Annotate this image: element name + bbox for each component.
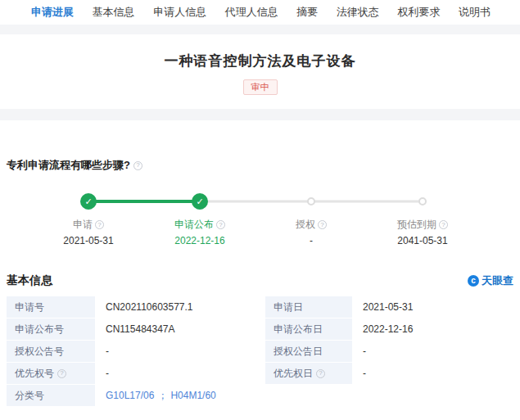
- tab-applicant-info[interactable]: 申请人信息: [153, 5, 206, 20]
- basic-info-header: 基本信息 c 天眼查: [0, 273, 520, 288]
- tab-application-progress[interactable]: 申请进展: [31, 5, 74, 20]
- tab-bar: 申请进展 基本信息 申请人信息 代理人信息 摘要 法律状态 权利要求 说明书: [0, 0, 520, 25]
- bottom-spacer: [0, 406, 520, 420]
- section-divider: [0, 109, 520, 120]
- field-label-publication-number: 申请公布号: [7, 318, 95, 340]
- field-label-grant-announcement-date: 授权公告日: [265, 341, 352, 362]
- flow-section-heading: 专利申请流程有哪些步骤? ?: [0, 120, 520, 173]
- step-publication: ✓ 申请公布 ? 2022-12-16: [144, 192, 255, 246]
- field-label-application-date: 申请日: [265, 296, 352, 318]
- step-estimated-expiry: 预估到期 ? 2041-05-31: [367, 192, 478, 246]
- field-label-priority-number: 优先权号 ?: [7, 363, 95, 384]
- tianyancha-brand[interactable]: c 天眼查: [468, 273, 513, 288]
- field-value-publication-number: CN115484347A: [96, 318, 265, 340]
- flow-heading-text: 专利申请流程有哪些步骤?: [7, 158, 130, 173]
- basic-info-heading: 基本信息: [7, 273, 52, 288]
- field-value-priority-number: -: [96, 363, 265, 384]
- step-date: 2041-05-31: [367, 235, 478, 246]
- field-value-classification-number: G10L17/06 ； H04M1/60: [96, 385, 513, 406]
- patent-title-card: 一种语音控制方法及电子设备 审中: [0, 34, 520, 109]
- tianyancha-logo-icon: c: [468, 275, 479, 287]
- field-label-application-number: 申请号: [7, 296, 95, 318]
- help-icon[interactable]: ?: [57, 369, 66, 378]
- step-application: ✓ 申请 ? 2021-05-31: [33, 192, 144, 246]
- check-circle-icon: ✓: [192, 193, 208, 210]
- help-icon[interactable]: ?: [133, 161, 142, 170]
- help-icon[interactable]: ?: [439, 220, 448, 229]
- check-circle-icon: ✓: [80, 193, 97, 210]
- tab-agent-info[interactable]: 代理人信息: [225, 5, 278, 20]
- tab-abstract[interactable]: 摘要: [296, 5, 318, 20]
- patent-title: 一种语音控制方法及电子设备: [0, 52, 520, 70]
- tab-legal-status[interactable]: 法律状态: [337, 5, 379, 20]
- field-value-application-number: CN202110603577.1: [96, 296, 265, 318]
- step-grant: 授权 ? -: [255, 192, 367, 246]
- step-label: 申请公布: [174, 218, 214, 232]
- tab-claims[interactable]: 权利要求: [397, 5, 440, 20]
- help-icon[interactable]: ?: [318, 220, 327, 229]
- status-badge: 审中: [243, 79, 278, 95]
- step-label: 授权: [296, 218, 315, 232]
- pending-circle-icon: [418, 197, 427, 205]
- step-label: 预估到期: [397, 218, 436, 232]
- field-value-priority-date: -: [353, 363, 513, 384]
- tab-description[interactable]: 说明书: [459, 5, 491, 20]
- classification-link[interactable]: H04M1/60: [170, 390, 215, 401]
- tab-basic-info[interactable]: 基本信息: [93, 5, 135, 20]
- field-value-grant-announcement-date: -: [353, 341, 513, 362]
- field-label-grant-announcement-number: 授权公告号: [7, 341, 95, 362]
- help-icon[interactable]: ?: [216, 220, 225, 229]
- step-date: 2022-12-16: [144, 235, 255, 246]
- field-value-publication-date: 2022-12-16: [353, 318, 513, 340]
- help-icon[interactable]: ?: [316, 369, 325, 378]
- step-date: -: [255, 235, 367, 246]
- field-label-publication-date: 申请公布日: [265, 318, 352, 340]
- field-label-priority-date: 优先权日 ?: [265, 363, 352, 384]
- pending-circle-icon: [307, 197, 315, 205]
- basic-info-table: 申请号 CN202110603577.1 申请日 2021-05-31 申请公布…: [7, 296, 513, 406]
- classification-separator: ；: [157, 389, 167, 403]
- main-content: 专利申请流程有哪些步骤? ? ✓ 申请 ? 2021-05-31 ✓ 申请公布 …: [0, 120, 520, 420]
- step-label: 申请: [73, 218, 93, 232]
- step-date: 2021-05-31: [33, 235, 144, 246]
- section-divider: [0, 25, 520, 34]
- field-value-application-date: 2021-05-31: [353, 296, 513, 318]
- field-value-grant-announcement-number: -: [96, 341, 265, 362]
- classification-link[interactable]: G10L17/06: [106, 390, 154, 401]
- patent-progress-stepper: ✓ 申请 ? 2021-05-31 ✓ 申请公布 ? 2022-12-16: [33, 192, 478, 246]
- tianyancha-logo-text: 天眼查: [482, 273, 513, 288]
- field-label-classification-number: 分类号: [7, 385, 95, 406]
- help-icon[interactable]: ?: [95, 220, 104, 229]
